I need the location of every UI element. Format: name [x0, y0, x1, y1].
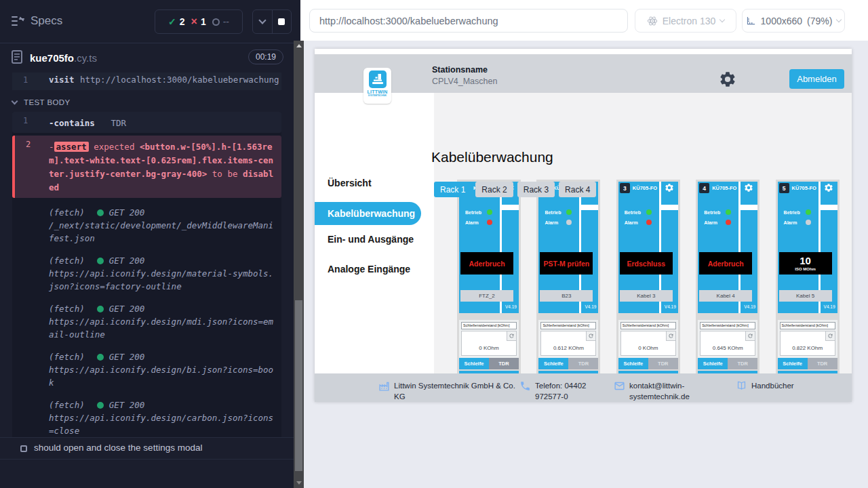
- specs-menu-icon[interactable]: [12, 16, 25, 26]
- x-icon: ×: [191, 17, 197, 26]
- tdr-button[interactable]: TDR: [489, 358, 519, 369]
- refresh-icon[interactable]: [825, 331, 835, 341]
- tab-rack-3[interactable]: Rack 3: [517, 182, 555, 197]
- footer-text: kontakt@littwin-systemtechnik.de: [629, 380, 701, 402]
- footer-item-phone[interactable]: Telefon: 04402 972577-0: [519, 380, 595, 402]
- tab-rack-1[interactable]: Rack 1: [434, 182, 471, 197]
- visit-command-row[interactable]: 1 visit http://localhost:3000/kabelueber…: [12, 73, 281, 90]
- tab-rack-2[interactable]: Rack 2: [475, 182, 513, 197]
- schleife-button[interactable]: Schleife: [459, 358, 489, 369]
- card-divider-gap: [661, 205, 678, 210]
- schleife-button[interactable]: Schleife: [778, 358, 808, 369]
- scroll-up-arrow-icon[interactable]: [296, 44, 302, 47]
- sidebar-item-ein-und-ausg-nge[interactable]: Ein- und Ausgänge: [315, 228, 434, 251]
- chevron-down-icon: [12, 98, 18, 105]
- tab-rack-4[interactable]: Rack 4: [559, 182, 596, 197]
- url-input[interactable]: [309, 9, 628, 33]
- status-display: Erdschluss: [620, 252, 673, 274]
- ruler-icon: [746, 16, 756, 26]
- page-title: Kabelüberwachung: [431, 149, 553, 165]
- alarm-label: Alarm: [784, 220, 797, 225]
- schleife-button[interactable]: Schleife: [538, 358, 568, 369]
- chevron-down-icon: [719, 17, 725, 22]
- card-model-label: KÜ705-FO: [792, 185, 816, 191]
- stop-button[interactable]: [272, 10, 292, 33]
- resistance-value: 0 KOhm: [621, 345, 675, 351]
- sidebar-item-analoge-eing-nge[interactable]: Analoge Eingänge: [315, 258, 434, 281]
- fetch-log-head: (fetch)GET 200: [49, 352, 276, 362]
- visit-url: http://localhost:3000/kabelueberwachung: [80, 75, 279, 85]
- settings-gear-icon[interactable]: [719, 70, 736, 88]
- alarm-led: [806, 220, 811, 225]
- logout-button[interactable]: Abmelden: [789, 69, 844, 89]
- tdr-button[interactable]: TDR: [568, 358, 598, 369]
- sidebar-item-kabel-berwachung[interactable]: Kabelüberwachung: [315, 202, 421, 225]
- fetch-log-head: (fetch)GET 200: [49, 304, 276, 314]
- card-buttons: SchleifeTDR: [459, 358, 519, 369]
- tdr-button[interactable]: TDR: [648, 358, 678, 369]
- command-number: 2: [26, 140, 31, 149]
- reporter-scrollbar[interactable]: [294, 41, 304, 488]
- card-settings-gear-icon[interactable]: [744, 183, 753, 192]
- specs-label[interactable]: Specs: [31, 14, 62, 28]
- viewport-zoom: (79%): [807, 16, 832, 26]
- refresh-icon[interactable]: [507, 331, 516, 341]
- refresh-icon[interactable]: [745, 331, 755, 341]
- spec-file-row[interactable]: kue705fo.cy.ts 00:19: [0, 44, 294, 73]
- footer-item-book[interactable]: Handbücher: [736, 380, 833, 392]
- card-settings-gear-icon[interactable]: [824, 183, 833, 192]
- footer-text: Telefon: 04402 972577-0: [535, 380, 595, 402]
- betrieb-led: [806, 209, 811, 215]
- refresh-icon[interactable]: [586, 331, 595, 341]
- browser-select[interactable]: Electron 130: [635, 9, 736, 33]
- card-settings-gear-icon[interactable]: [665, 183, 674, 192]
- sidebar-item--bersicht[interactable]: Übersicht: [315, 171, 434, 195]
- command-log: 1 visit http://localhost:3000/kabelueber…: [0, 73, 294, 437]
- fetch-url: /_next/static/development/_devMiddleware…: [49, 219, 276, 245]
- assert-chip: assert: [54, 142, 89, 152]
- test-body-label: TEST BODY: [24, 98, 71, 106]
- panel-edge: [294, 0, 300, 41]
- card-buttons: SchleifeTDR: [778, 358, 837, 369]
- contains-command-row[interactable]: 1 -contains TDR: [12, 112, 281, 133]
- schleife-button[interactable]: Schleife: [698, 358, 728, 369]
- fetch-url: https://api.iconify.design/material-symb…: [49, 267, 276, 293]
- footer-item-factory[interactable]: Littwin Systemtechnik GmbH & Co. KG: [378, 380, 516, 402]
- assert-command-row[interactable]: 2 -assert expected <button.w-[50%].h-[1.…: [12, 136, 281, 198]
- stat-failed: ×1: [191, 16, 206, 27]
- betrieb-label: Betrieb: [625, 210, 641, 215]
- fetch-status: GET 200: [109, 352, 145, 362]
- pending-test-icon: [20, 445, 27, 452]
- scrollbar-thumb[interactable]: [295, 300, 302, 471]
- status-display: PST-M prüfen: [540, 252, 593, 274]
- tdr-button[interactable]: TDR: [808, 358, 837, 369]
- rack-tabs: Rack 1Rack 2Rack 3Rack 4: [434, 182, 596, 197]
- cable-name: B23: [540, 290, 593, 302]
- card-buttons: SchleifeTDR: [538, 358, 598, 369]
- status-ok-dot-icon: [97, 306, 104, 312]
- test-body-section[interactable]: TEST BODY: [12, 98, 71, 106]
- pending-test-title: should open and close the settings modal: [34, 443, 202, 453]
- card-model-label: KÜ705-FO: [712, 185, 736, 191]
- card-divider-gap: [502, 205, 519, 210]
- status-display: 10ISO MOhm: [779, 252, 832, 274]
- ring-icon: [212, 18, 220, 26]
- viewport-select[interactable]: 1000x660 (79%): [742, 9, 845, 33]
- schleife-button[interactable]: Schleife: [618, 358, 648, 369]
- scroll-down-arrow-icon[interactable]: [296, 481, 302, 485]
- book-icon: [736, 380, 747, 392]
- command-number: 1: [23, 116, 28, 125]
- footer-item-email[interactable]: kontakt@littwin-systemtechnik.de: [614, 380, 701, 402]
- pending-test-row[interactable]: should open and close the settings modal: [0, 437, 294, 460]
- collapse-button[interactable]: [253, 10, 272, 33]
- betrieb-label: Betrieb: [545, 210, 561, 215]
- cable-name: FTZ_2: [460, 290, 513, 302]
- fetch-label: (fetch): [49, 207, 85, 218]
- tdr-button[interactable]: TDR: [728, 358, 757, 369]
- status-value: 10: [800, 256, 811, 266]
- fetch-label: (fetch): [49, 304, 85, 314]
- fetch-status: GET 200: [109, 304, 145, 314]
- status-ok-dot-icon: [97, 402, 104, 409]
- card-divider-gap: [821, 205, 837, 210]
- refresh-icon[interactable]: [666, 331, 675, 341]
